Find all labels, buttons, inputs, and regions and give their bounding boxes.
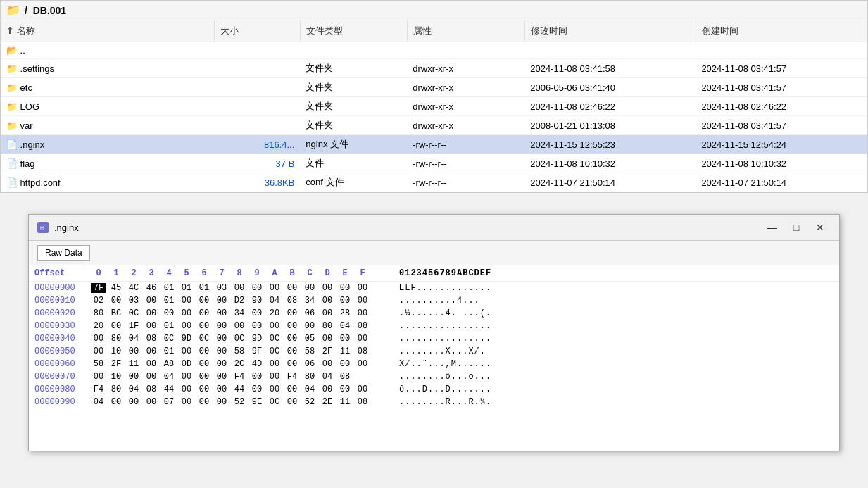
hex-byte: 04 bbox=[320, 372, 335, 382]
hex-byte: 00 bbox=[214, 334, 229, 344]
hex-byte: 00 bbox=[267, 321, 282, 331]
hex-byte: 00 bbox=[284, 283, 300, 293]
file-type: nginx 文件 bbox=[300, 135, 407, 154]
hex-byte: 80 bbox=[302, 372, 317, 382]
col-mtime[interactable]: 修改时间 bbox=[524, 20, 696, 42]
hex-byte: 02 bbox=[91, 296, 106, 306]
hex-rows-container[interactable]: 000000007F454C46010101030000000000000000… bbox=[29, 282, 839, 451]
table-row[interactable]: 📁 .settings 文件夹 drwxr-xr-x 2024-11-08 03… bbox=[1, 59, 867, 78]
hex-byte: 00 bbox=[179, 384, 194, 394]
table-row[interactable]: 📂 .. bbox=[1, 42, 867, 59]
hex-byte: 08 bbox=[355, 321, 370, 331]
hex-byte: 00 bbox=[144, 296, 159, 306]
hex-byte: 00 bbox=[284, 334, 300, 344]
hex-byte: 00 bbox=[320, 308, 335, 318]
maximize-button[interactable]: □ bbox=[786, 219, 807, 236]
hex-byte: 00 bbox=[320, 384, 335, 394]
hex-data-row[interactable]: 000000007F454C46010101030000000000000000… bbox=[29, 282, 839, 294]
hex-byte: 52 bbox=[302, 397, 317, 407]
hex-byte: 08 bbox=[355, 397, 370, 407]
hex-file-icon: H bbox=[37, 222, 49, 233]
file-ctime bbox=[696, 42, 867, 59]
hex-data-row[interactable]: 0000003020001F00010000000000000000800408… bbox=[29, 320, 839, 332]
hex-byte: 00 bbox=[91, 334, 106, 344]
hex-row-offset: 00000020 bbox=[34, 308, 91, 318]
hex-title: .nginx bbox=[54, 223, 79, 233]
col-attr[interactable]: 属性 bbox=[407, 20, 524, 42]
hex-row-ascii: ........ô...ô... bbox=[399, 372, 491, 382]
hex-byte: 08 bbox=[144, 384, 159, 394]
hex-data-row[interactable]: 000000100200030001000000D290040834000000… bbox=[29, 294, 839, 307]
hex-byte: 00 bbox=[108, 296, 124, 306]
hex-row-offset: 00000000 bbox=[34, 283, 91, 293]
table-row[interactable]: 📁 etc 文件夹 drwxr-xr-x 2006-05-06 03:41:40… bbox=[1, 78, 867, 97]
hex-ascii-header: 0123456789ABCDEF bbox=[399, 268, 491, 278]
hex-byte: 03 bbox=[126, 296, 141, 306]
hex-data-row[interactable]: 000000900400000007000000529E0C00522E1108… bbox=[29, 396, 839, 408]
hex-data-row[interactable]: 000000500010000001000000589F0C00582F1108… bbox=[29, 345, 839, 358]
hex-row-bytes: 0010000004000000F40000F4800408 bbox=[91, 372, 394, 382]
hex-byte: 00 bbox=[355, 384, 370, 394]
hex-byte: 05 bbox=[302, 334, 317, 344]
table-row[interactable]: 📁 var 文件夹 drwxr-xr-x 2008-01-21 01:13:08… bbox=[1, 116, 867, 135]
hex-row-offset: 00000070 bbox=[34, 372, 91, 382]
table-row[interactable]: 📄 httpd.conf 36.8KB conf 文件 -rw-r--r-- 2… bbox=[1, 173, 867, 192]
file-attr: -rw-r--r-- bbox=[407, 154, 524, 173]
hex-row-ascii: ELF............. bbox=[399, 283, 491, 293]
hex-col-header: 3 bbox=[144, 268, 159, 278]
hex-byte: 00 bbox=[161, 308, 177, 318]
file-name[interactable]: 📁 LOG bbox=[1, 97, 215, 116]
hex-data-row[interactable]: 00000080F4800408440000004400000004000000… bbox=[29, 383, 839, 396]
file-name[interactable]: 📄 .nginx bbox=[1, 135, 215, 154]
file-mtime: 2024-11-08 02:46:22 bbox=[524, 97, 696, 116]
hex-byte: 00 bbox=[284, 397, 300, 407]
file-mtime: 2024-11-08 10:10:32 bbox=[524, 154, 696, 173]
hex-byte: 01 bbox=[179, 283, 194, 293]
minimize-button[interactable]: — bbox=[762, 219, 783, 236]
table-row[interactable]: 📄 .nginx 816.4... nginx 文件 -rw-r--r-- 20… bbox=[1, 135, 867, 154]
hex-byte: 00 bbox=[179, 308, 194, 318]
hex-byte: 00 bbox=[179, 321, 194, 331]
hex-byte: 4D bbox=[249, 359, 265, 369]
file-attr: drwxr-xr-x bbox=[407, 59, 524, 78]
hex-byte: 80 bbox=[108, 384, 124, 394]
hex-byte: 00 bbox=[320, 359, 335, 369]
col-name[interactable]: ⬆ 名称 bbox=[1, 20, 215, 42]
file-type: conf 文件 bbox=[300, 173, 407, 192]
hex-row-ascii: ........R...R.¼. bbox=[399, 397, 491, 407]
col-type[interactable]: 文件类型 bbox=[300, 20, 407, 42]
col-ctime[interactable]: 创建时间 bbox=[696, 20, 867, 42]
col-size[interactable]: 大小 bbox=[215, 20, 301, 42]
file-name[interactable]: 📁 var bbox=[1, 116, 215, 135]
raw-data-tab[interactable]: Raw Data bbox=[37, 245, 90, 261]
hex-data-row[interactable]: 0000002080BC0C00000000003400200006002800… bbox=[29, 307, 839, 320]
hex-byte: 00 bbox=[196, 384, 212, 394]
hex-byte: 00 bbox=[196, 346, 212, 356]
hex-data-row[interactable]: 00000040008004080C9D0C000C9D0C0005000000… bbox=[29, 332, 839, 345]
hex-data-row[interactable]: 000000700010000004000000F40000F4800408..… bbox=[29, 370, 839, 383]
file-name[interactable]: 📄 flag bbox=[1, 154, 215, 173]
window-controls: — □ ✕ bbox=[762, 219, 831, 236]
file-attr: drwxr-xr-x bbox=[407, 78, 524, 97]
file-table: ⬆ 名称 大小 文件类型 属性 修改时间 创建时间 📂 .. 📁 .settin… bbox=[1, 20, 867, 192]
close-button[interactable]: ✕ bbox=[810, 219, 831, 236]
hex-col-header: 7 bbox=[214, 268, 229, 278]
hex-byte: 00 bbox=[108, 397, 124, 407]
hex-byte: 00 bbox=[214, 346, 229, 356]
file-type: 文件夹 bbox=[300, 78, 407, 97]
hex-col-header: A bbox=[267, 268, 282, 278]
hex-col-header: 2 bbox=[126, 268, 141, 278]
table-row[interactable]: 📄 flag 37 B 文件 -rw-r--r-- 2024-11-08 10:… bbox=[1, 154, 867, 173]
hex-byte: 1F bbox=[126, 321, 141, 331]
hex-byte: 06 bbox=[302, 308, 317, 318]
file-name[interactable]: 📄 httpd.conf bbox=[1, 173, 215, 192]
table-row[interactable]: 📁 LOG 文件夹 drwxr-xr-x 2024-11-08 02:46:22… bbox=[1, 97, 867, 116]
hex-byte: 00 bbox=[126, 372, 141, 382]
hex-byte: 00 bbox=[337, 283, 353, 293]
file-name[interactable]: 📂 .. bbox=[1, 42, 215, 59]
hex-byte: 00 bbox=[249, 308, 265, 318]
file-name[interactable]: 📁 .settings bbox=[1, 59, 215, 78]
hex-data-row[interactable]: 00000060582F1108A80D00002C4D000006000000… bbox=[29, 358, 839, 370]
hex-row-offset: 00000060 bbox=[34, 359, 91, 369]
file-name[interactable]: 📁 etc bbox=[1, 78, 215, 97]
